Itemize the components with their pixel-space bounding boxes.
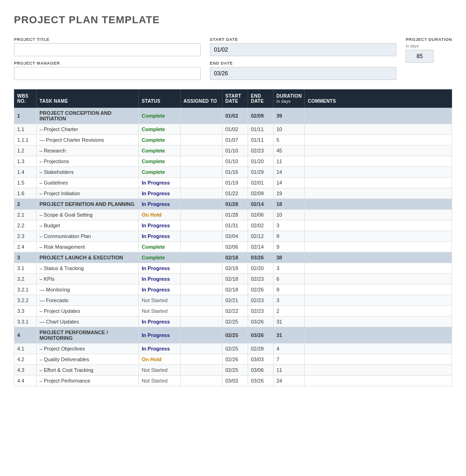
table-row: 2.3 – Communication Plan In Progress 02/… xyxy=(14,231,452,242)
cell-task: – Guidelines xyxy=(37,178,139,188)
cell-end: 01/20 xyxy=(248,156,274,167)
cell-assigned xyxy=(181,317,223,327)
project-duration-label: PROJECT DURATION xyxy=(406,37,452,43)
cell-end: 02/09 xyxy=(248,188,274,199)
cell-wbs: 3.2 xyxy=(14,274,37,284)
table-row: 3.3.1 — Chart Updates In Progress 02/25 … xyxy=(14,317,452,327)
project-title-field: PROJECT TITLE xyxy=(14,37,201,56)
table-row: 2.2 – Budget In Progress 01/31 02/02 3 xyxy=(14,220,452,231)
cell-wbs: 3.2.2 xyxy=(14,295,37,306)
cell-status: Not Started xyxy=(139,365,181,376)
cell-start: 02/22 xyxy=(223,306,248,317)
table-row: 1.2 – Research Complete 01/10 02/23 45 xyxy=(14,145,452,156)
cell-wbs: 3 xyxy=(14,252,37,263)
cell-end: 01/29 xyxy=(248,167,274,178)
table-row: 4.2 – Quality Deliverables On Hold 02/26… xyxy=(14,354,452,365)
cell-status: Complete xyxy=(139,145,181,156)
cell-duration: 14 xyxy=(274,178,305,188)
form-right: PROJECT DURATION in days xyxy=(406,37,452,63)
cell-start: 02/25 xyxy=(223,327,248,344)
project-duration-input[interactable] xyxy=(406,50,433,63)
cell-status: Not Started xyxy=(139,295,181,306)
cell-task: – Quality Deliverables xyxy=(37,354,139,365)
cell-wbs: 2.2 xyxy=(14,220,37,231)
end-date-input[interactable] xyxy=(210,67,397,80)
table-row: 1 PROJECT CONCEPTION AND INITIATION Comp… xyxy=(14,108,452,124)
cell-task: PROJECT DEFINITION AND PLANNING xyxy=(37,199,139,210)
cell-end: 02/20 xyxy=(248,263,274,274)
cell-wbs: 1.6 xyxy=(14,188,37,199)
cell-end: 02/26 xyxy=(248,284,274,295)
cell-duration: 3 xyxy=(274,220,305,231)
cell-comments xyxy=(305,124,452,135)
start-date-input[interactable] xyxy=(210,43,397,56)
cell-task: – Communication Plan xyxy=(37,231,139,242)
cell-start: 01/07 xyxy=(223,135,248,145)
cell-assigned xyxy=(181,167,223,178)
cell-comments xyxy=(305,274,452,284)
cell-end: 02/23 xyxy=(248,145,274,156)
cell-status: In Progress xyxy=(139,274,181,284)
cell-duration: 19 xyxy=(274,188,305,199)
cell-start: 02/25 xyxy=(223,365,248,376)
cell-task: – Project Performance xyxy=(37,376,139,386)
cell-start: 01/28 xyxy=(223,199,248,210)
cell-task: – Project Updates xyxy=(37,306,139,317)
th-end: END DATE xyxy=(248,90,274,108)
cell-task: PROJECT CONCEPTION AND INITIATION xyxy=(37,108,139,124)
cell-start: 01/02 xyxy=(223,108,248,124)
cell-end: 02/14 xyxy=(248,242,274,252)
cell-start: 01/02 xyxy=(223,124,248,135)
cell-assigned xyxy=(181,252,223,263)
plan-table: WBS NO. TASK NAME STATUS ASSIGNED TO STA… xyxy=(14,89,452,386)
cell-comments xyxy=(305,145,452,156)
cell-wbs: 2.3 xyxy=(14,231,37,242)
cell-status: Not Started xyxy=(139,376,181,386)
form-middle: START DATE END DATE xyxy=(210,37,397,80)
cell-start: 02/04 xyxy=(223,231,248,242)
cell-status: In Progress xyxy=(139,220,181,231)
cell-task: — Forecasts xyxy=(37,295,139,306)
cell-wbs: 2 xyxy=(14,199,37,210)
cell-start: 02/25 xyxy=(223,344,248,354)
cell-duration: 6 xyxy=(274,274,305,284)
project-title-input[interactable] xyxy=(14,43,201,56)
cell-status: In Progress xyxy=(139,178,181,188)
cell-status: In Progress xyxy=(139,188,181,199)
table-row: 4 PROJECT PERFORMANCE / MONITORING In Pr… xyxy=(14,327,452,344)
cell-comments xyxy=(305,156,452,167)
cell-status: Complete xyxy=(139,156,181,167)
cell-status: In Progress xyxy=(139,284,181,295)
table-row: 2.4 – Risk Management Complete 02/06 02/… xyxy=(14,242,452,252)
cell-wbs: 4.1 xyxy=(14,344,37,354)
cell-duration: 3 xyxy=(274,263,305,274)
cell-wbs: 1 xyxy=(14,108,37,124)
cell-comments xyxy=(305,220,452,231)
cell-status: Not Started xyxy=(139,306,181,317)
cell-end: 02/12 xyxy=(248,231,274,242)
cell-comments xyxy=(305,178,452,188)
cell-wbs: 3.1 xyxy=(14,263,37,274)
cell-end: 03/06 xyxy=(248,365,274,376)
cell-duration: 11 xyxy=(274,156,305,167)
cell-assigned xyxy=(181,178,223,188)
cell-end: 03/26 xyxy=(248,317,274,327)
cell-assigned xyxy=(181,284,223,295)
cell-task: – Risk Management xyxy=(37,242,139,252)
cell-assigned xyxy=(181,135,223,145)
cell-task: – Effort & Cost Tracking xyxy=(37,365,139,376)
project-manager-input[interactable] xyxy=(14,67,201,80)
cell-status: In Progress xyxy=(139,231,181,242)
cell-wbs: 1.4 xyxy=(14,167,37,178)
cell-assigned xyxy=(181,365,223,376)
cell-task: – Project Objectives xyxy=(37,344,139,354)
cell-wbs: 3.2.1 xyxy=(14,284,37,295)
table-row: 1.1.1 — Project Charter Revisions Comple… xyxy=(14,135,452,145)
cell-assigned xyxy=(181,295,223,306)
cell-duration: 9 xyxy=(274,231,305,242)
page-title: PROJECT PLAN TEMPLATE xyxy=(14,14,452,26)
cell-duration: 10 xyxy=(274,210,305,220)
cell-task: — Monitoring xyxy=(37,284,139,295)
cell-end: 01/11 xyxy=(248,135,274,145)
cell-status: Complete xyxy=(139,108,181,124)
